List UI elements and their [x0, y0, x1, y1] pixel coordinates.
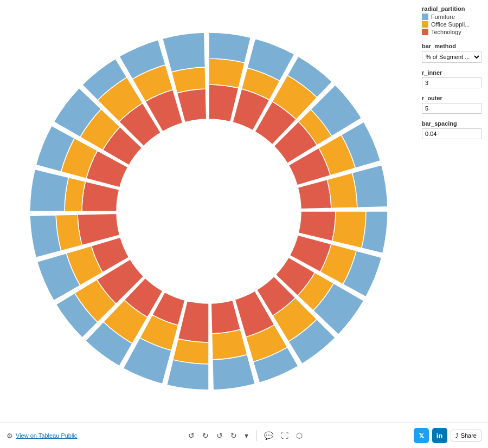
- footer-right: 𝕏 in ⤴ Share: [414, 428, 481, 443]
- furniture-color-swatch: [422, 14, 428, 20]
- technology-label: Technology: [431, 29, 461, 35]
- bar-method-section: bar_method % of Segment ...: [422, 43, 484, 63]
- tableau-icon: ⚙: [7, 432, 13, 440]
- office-color-swatch: [422, 21, 428, 28]
- chart-area: [0, 0, 418, 423]
- main-area: radial_partition Furniture Office Suppli…: [0, 0, 488, 423]
- r-inner-input[interactable]: [422, 77, 481, 88]
- undo-button[interactable]: ↺: [186, 430, 197, 441]
- bar-spacing-label: bar_spacing: [422, 120, 484, 127]
- furniture-label: Furniture: [431, 14, 455, 20]
- view-on-tableau-label[interactable]: View on Tableau Public: [16, 432, 77, 439]
- comment-button[interactable]: 💬: [262, 430, 275, 441]
- legend-section: radial_partition Furniture Office Suppli…: [422, 5, 484, 36]
- footer: ⚙ View on Tableau Public ↺ ↻ ↺ ↻ ▾ 💬 ⛶ ⬡…: [0, 423, 488, 448]
- r-outer-input[interactable]: [422, 103, 481, 114]
- share-button[interactable]: ⤴ Share: [451, 430, 481, 441]
- bar-spacing-section: bar_spacing: [422, 120, 484, 139]
- share-label: Share: [461, 432, 477, 439]
- r-outer-label: r_outer: [422, 95, 484, 101]
- redo-button[interactable]: ↻: [200, 430, 211, 441]
- technology-color-swatch: [422, 29, 428, 35]
- bar-method-label: bar_method: [422, 43, 484, 49]
- r-inner-section: r_inner: [422, 69, 484, 88]
- twitter-button[interactable]: 𝕏: [414, 428, 429, 443]
- linkedin-button[interactable]: in: [432, 428, 447, 443]
- share-icon: ⤴: [455, 432, 459, 439]
- fullscreen-button[interactable]: ⛶: [279, 430, 291, 441]
- undo2-button[interactable]: ↺: [214, 430, 225, 441]
- legend-item-furniture: Furniture: [422, 14, 484, 20]
- redo2-button[interactable]: ↻: [228, 430, 239, 441]
- office-label: Office Suppli...: [431, 21, 470, 28]
- footer-left: ⚙ View on Tableau Public: [7, 432, 77, 440]
- legend-item-technology: Technology: [422, 29, 484, 35]
- expand-button[interactable]: ⬡: [294, 430, 305, 441]
- r-outer-section: r_outer: [422, 95, 484, 114]
- legend-item-office: Office Suppli...: [422, 21, 484, 28]
- legend-label: radial_partition: [422, 5, 484, 12]
- footer-center: ↺ ↻ ↺ ↻ ▾ 💬 ⛶ ⬡: [186, 430, 305, 441]
- r-inner-label: r_inner: [422, 69, 484, 76]
- bar-method-select[interactable]: % of Segment ...: [422, 51, 481, 63]
- bar-spacing-input[interactable]: [422, 128, 481, 139]
- sidebar: radial_partition Furniture Office Suppli…: [418, 0, 488, 423]
- dropdown-button[interactable]: ▾: [242, 430, 251, 441]
- radial-chart: [8, 0, 409, 423]
- divider: [256, 430, 256, 441]
